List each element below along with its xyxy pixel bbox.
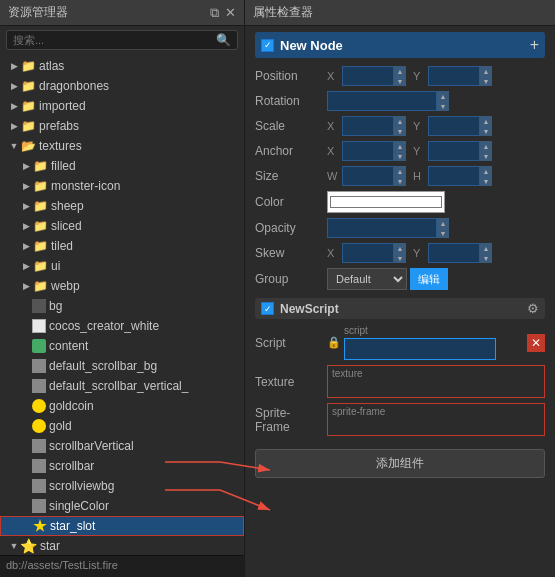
position-y-field: 0 ▲ ▼ (428, 66, 492, 86)
label-textures: textures (39, 139, 82, 153)
script-enabled-checkbox[interactable]: ✓ (261, 302, 274, 315)
tree-item-scrollbar-v[interactable]: default_scrollbar_vertical_ (0, 376, 244, 396)
group-edit-button[interactable]: 编辑 (410, 268, 448, 290)
skew-y-down[interactable]: ▼ (480, 253, 492, 263)
resource-manager-title: 资源管理器 (8, 4, 68, 21)
position-x-spinner: ▲ ▼ (394, 66, 406, 86)
opacity-down[interactable]: ▼ (437, 228, 449, 238)
scale-y-up[interactable]: ▲ (480, 116, 492, 126)
rotation-up[interactable]: ▲ (437, 91, 449, 101)
position-x-up[interactable]: ▲ (394, 66, 406, 76)
inspector-title: 属性检查器 (253, 4, 313, 21)
anchor-x-input[interactable]: 0.5 (342, 141, 394, 161)
folder-icon-textures (20, 138, 36, 154)
tree-item-monster-icon[interactable]: monster-icon (0, 176, 244, 196)
size-h-down[interactable]: ▼ (480, 176, 492, 186)
script-field: 🔒 script NewScript ✕ (327, 325, 545, 360)
tree-item-scrollbar-bg[interactable]: default_scrollbar_bg (0, 356, 244, 376)
gear-icon[interactable]: ⚙ (527, 301, 539, 316)
tree-item-cocos-creator-white[interactable]: cocos_creator_white (0, 316, 244, 336)
size-w-up[interactable]: ▲ (394, 166, 406, 176)
tree-item-scrollbar[interactable]: scrollbar (0, 456, 244, 476)
label-filled: filled (51, 159, 76, 173)
tree-item-textures[interactable]: textures (0, 136, 244, 156)
add-component-plus-icon[interactable]: + (530, 36, 539, 54)
skew-y-input[interactable]: 0 (428, 243, 480, 263)
skew-x-input[interactable]: 0 (342, 243, 394, 263)
arrow-star-folder (8, 541, 20, 551)
position-y-up[interactable]: ▲ (480, 66, 492, 76)
scale-x-up[interactable]: ▲ (394, 116, 406, 126)
anchor-y-down[interactable]: ▼ (480, 151, 492, 161)
tree-item-prefabs[interactable]: prefabs (0, 116, 244, 136)
position-y-down[interactable]: ▼ (480, 76, 492, 86)
size-h-input[interactable]: 0 (428, 166, 480, 186)
tree-item-scrollbarVertical[interactable]: scrollbarVertical (0, 436, 244, 456)
tree-item-sheep[interactable]: sheep (0, 196, 244, 216)
skew-x-down[interactable]: ▼ (394, 253, 406, 263)
color-input[interactable] (327, 191, 445, 213)
tree-item-scrollviewbg[interactable]: scrollviewbg (0, 476, 244, 496)
sprite-frame-input[interactable]: None (332, 420, 540, 432)
label-star-folder: star (40, 539, 60, 553)
anchor-y-input[interactable]: 0.5 (428, 141, 480, 161)
anchor-x-down[interactable]: ▼ (394, 151, 406, 161)
anchor-y-up[interactable]: ▲ (480, 141, 492, 151)
label-atlas: atlas (39, 59, 64, 73)
tree-item-tiled[interactable]: tiled (0, 236, 244, 256)
script-clear-button[interactable]: ✕ (527, 334, 545, 352)
add-component-button[interactable]: 添加组件 (255, 449, 545, 478)
tree-item-webp[interactable]: webp (0, 276, 244, 296)
group-select[interactable]: Default (327, 268, 407, 290)
label-singleColor: singleColor (49, 499, 109, 513)
tree-item-goldcoin[interactable]: goldcoin (0, 396, 244, 416)
anchor-x-axis: X (327, 145, 339, 157)
skew-y-up[interactable]: ▲ (480, 243, 492, 253)
scale-y-input[interactable]: 1 (428, 116, 480, 136)
tree-item-imported[interactable]: imported (0, 96, 244, 116)
skew-x-axis: X (327, 247, 339, 259)
inspector-content: ✓ New Node + Position X 0 ▲ ▼ Y 0 (245, 26, 555, 577)
position-y-input[interactable]: 0 (428, 66, 480, 86)
tree-item-atlas[interactable]: atlas (0, 56, 244, 76)
size-w-down[interactable]: ▼ (394, 176, 406, 186)
size-h-up[interactable]: ▲ (480, 166, 492, 176)
search-icon[interactable]: 🔍 (216, 33, 231, 47)
texture-input[interactable]: None (332, 382, 540, 394)
rotation-input[interactable]: 0 (327, 91, 437, 111)
skew-x-up[interactable]: ▲ (394, 243, 406, 253)
position-x-down[interactable]: ▼ (394, 76, 406, 86)
tree-item-bg[interactable]: bg (0, 296, 244, 316)
position-x-input[interactable]: 0 (342, 66, 394, 86)
tree-item-gold[interactable]: gold (0, 416, 244, 436)
search-input[interactable] (13, 34, 216, 46)
scale-x-input[interactable]: 1 (342, 116, 394, 136)
label-scrollviewbg: scrollviewbg (49, 479, 114, 493)
label-cocos-creator-white: cocos_creator_white (49, 319, 159, 333)
size-w-input[interactable]: 0 (342, 166, 394, 186)
img-icon-scrollbar (32, 459, 46, 473)
tree-item-sliced[interactable]: sliced (0, 216, 244, 236)
panel-icon-2: ✕ (225, 5, 236, 21)
opacity-row: Opacity 255 ▲ ▼ (255, 218, 545, 238)
opacity-up[interactable]: ▲ (437, 218, 449, 228)
rotation-down[interactable]: ▼ (437, 101, 449, 111)
scale-x-axis: X (327, 120, 339, 132)
tree-item-star-folder[interactable]: ⭐ star (0, 536, 244, 555)
status-bar: db://assets/TestList.fire (0, 555, 244, 577)
opacity-input[interactable]: 255 (327, 218, 437, 238)
position-x-field: 0 ▲ ▼ (342, 66, 406, 86)
tree-item-ui[interactable]: ui (0, 256, 244, 276)
img-icon-singleColor (32, 499, 46, 513)
scale-x-down[interactable]: ▼ (394, 126, 406, 136)
tree-item-content[interactable]: content (0, 336, 244, 356)
scale-y-down[interactable]: ▼ (480, 126, 492, 136)
tree-item-star-slot[interactable]: star_slot (0, 516, 244, 536)
node-enabled-checkbox[interactable]: ✓ (261, 39, 274, 52)
script-input[interactable]: NewScript (344, 338, 496, 360)
tree-item-dragonbones[interactable]: dragonbones (0, 76, 244, 96)
label-ui: ui (51, 259, 60, 273)
tree-item-filled[interactable]: filled (0, 156, 244, 176)
tree-item-singleColor[interactable]: singleColor (0, 496, 244, 516)
anchor-x-up[interactable]: ▲ (394, 141, 406, 151)
